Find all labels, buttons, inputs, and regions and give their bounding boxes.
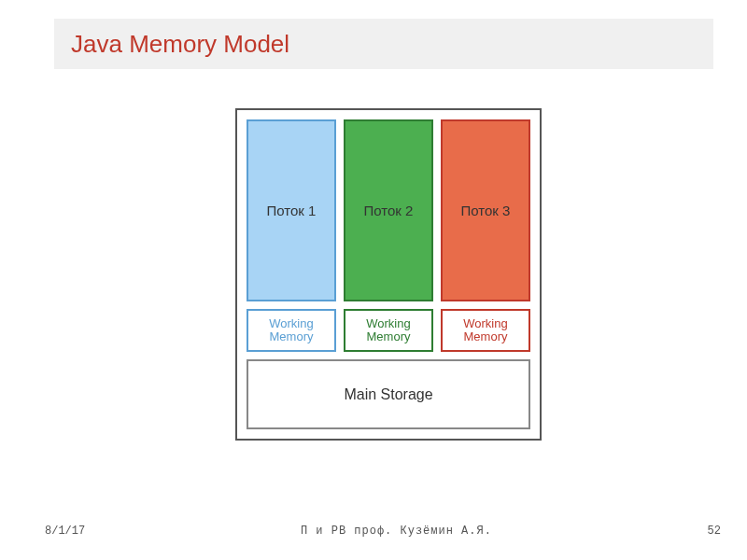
wm-line2: Memory [367, 330, 411, 343]
slide-title: Java Memory Model [71, 30, 289, 59]
slide-title-bar: Java Memory Model [54, 19, 713, 69]
working-memory-3: Working Memory [441, 309, 530, 352]
slide-footer: 8/1/17 П и РВ проф. Кузёмин А.Я. 52 [45, 525, 721, 538]
working-memory-2: Working Memory [344, 309, 433, 352]
main-storage-box: Main Storage [247, 359, 530, 429]
working-memory-row: Working Memory Working Memory Working Me… [247, 309, 530, 352]
thread-box-2: Поток 2 [344, 119, 433, 301]
thread-box-3: Поток 3 [441, 119, 530, 301]
wm-line1: Working [463, 317, 507, 330]
thread-box-1: Поток 1 [247, 119, 336, 301]
thread-label: Поток 3 [461, 203, 511, 218]
wm-line2: Memory [270, 330, 314, 343]
wm-line1: Working [269, 317, 313, 330]
thread-label: Поток 1 [267, 203, 317, 218]
thread-label: Поток 2 [364, 203, 414, 218]
wm-line2: Memory [464, 330, 508, 343]
footer-author: П и РВ проф. Кузёмин А.Я. [301, 525, 492, 538]
wm-line1: Working [366, 317, 410, 330]
main-storage-label: Main Storage [344, 386, 432, 403]
working-memory-1: Working Memory [247, 309, 336, 352]
memory-model-diagram: Поток 1 Поток 2 Поток 3 Working Memory W… [235, 108, 542, 441]
footer-page-number: 52 [708, 525, 721, 538]
footer-date: 8/1/17 [45, 525, 85, 538]
threads-row: Поток 1 Поток 2 Поток 3 [247, 119, 530, 301]
